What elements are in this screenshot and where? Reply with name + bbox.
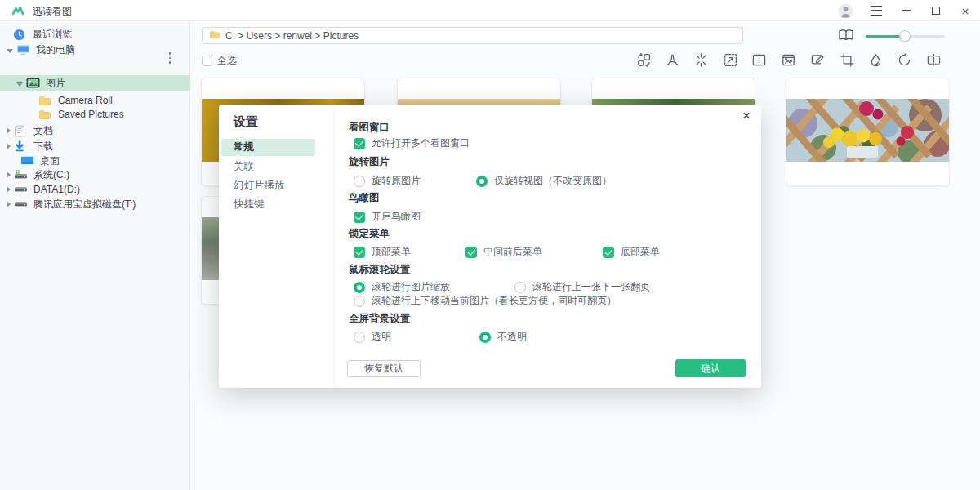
beautify-icon[interactable] bbox=[867, 51, 884, 68]
drive-icon bbox=[14, 198, 28, 211]
checkbox-checked-icon[interactable] bbox=[466, 247, 477, 258]
confirm-button[interactable]: 确认 bbox=[675, 359, 746, 377]
slideshow-icon[interactable] bbox=[780, 51, 796, 68]
sidebar-item-saved-pictures[interactable]: Saved Pictures bbox=[0, 106, 190, 122]
download-icon bbox=[14, 140, 28, 153]
option-top-menu[interactable]: 顶部菜单 bbox=[354, 245, 411, 259]
minimize-icon[interactable] bbox=[894, 0, 919, 21]
crop-icon[interactable] bbox=[839, 51, 855, 68]
sidebar-item-documents[interactable]: 文档 bbox=[0, 122, 190, 139]
sidebar-item-recent[interactable]: 最近浏览 bbox=[0, 26, 190, 42]
option-multi-window[interactable]: 允许打开多个看图窗口 bbox=[354, 136, 470, 150]
section-header: 锁定菜单 bbox=[349, 227, 390, 241]
contact-sheet-icon[interactable] bbox=[838, 29, 854, 44]
zoom-slider-handle[interactable] bbox=[899, 30, 911, 42]
folder-icon bbox=[38, 95, 52, 107]
collage-icon[interactable] bbox=[751, 51, 767, 68]
panel-divider bbox=[333, 105, 334, 388]
edit-image-icon[interactable] bbox=[809, 51, 826, 68]
expand-arrow-icon[interactable] bbox=[7, 127, 11, 134]
section-header: 鼠标滚轮设置 bbox=[349, 263, 410, 277]
pdf-tools-icon[interactable] bbox=[664, 51, 680, 68]
maximize-icon[interactable] bbox=[924, 0, 948, 21]
folder-icon bbox=[38, 109, 52, 121]
radio-checked-icon[interactable] bbox=[354, 282, 365, 293]
expand-arrow-icon[interactable] bbox=[7, 143, 11, 149]
sidebar-item-downloads[interactable]: 下载 bbox=[0, 138, 190, 154]
radio-unchecked-icon[interactable] bbox=[354, 332, 365, 343]
app-logo bbox=[11, 4, 24, 20]
checkbox-checked-icon[interactable] bbox=[354, 247, 365, 258]
radio-unchecked-icon[interactable] bbox=[514, 282, 526, 293]
close-icon[interactable]: × bbox=[953, 0, 978, 21]
option-bottom-menu[interactable]: 底部菜单 bbox=[603, 245, 660, 259]
option-bg-opaque[interactable]: 不透明 bbox=[479, 330, 527, 344]
documents-icon bbox=[14, 125, 28, 137]
drive-icon bbox=[14, 184, 28, 196]
checkbox-checked-icon[interactable] bbox=[354, 138, 365, 149]
section-header: 全屏背景设置 bbox=[349, 312, 410, 326]
dialog-title: 设置 bbox=[234, 114, 258, 130]
option-rotate-view-only[interactable]: 仅旋转视图（不改变原图） bbox=[476, 174, 612, 188]
option-middle-menu[interactable]: 中间前后菜单 bbox=[466, 245, 542, 259]
option-wheel-page[interactable]: 滚轮进行上一张下一张翻页 bbox=[514, 280, 650, 294]
sidebar-item-pictures[interactable]: 图片 bbox=[0, 75, 190, 91]
expand-arrow-icon[interactable] bbox=[7, 201, 11, 207]
resize-icon[interactable] bbox=[722, 51, 738, 68]
radio-checked-icon[interactable] bbox=[479, 332, 491, 343]
expand-arrow-icon[interactable] bbox=[7, 186, 11, 193]
desktop-icon bbox=[20, 155, 34, 167]
collapse-arrow-icon[interactable] bbox=[7, 49, 13, 53]
expand-arrow-icon[interactable] bbox=[7, 172, 11, 178]
flip-icon[interactable] bbox=[925, 51, 942, 68]
user-avatar-icon[interactable] bbox=[833, 0, 858, 21]
section-header: 鸟瞰图 bbox=[349, 191, 380, 205]
tab-slideshow[interactable]: 幻灯片播放 bbox=[219, 177, 333, 194]
format-convert-icon[interactable] bbox=[635, 51, 652, 68]
sidebar-item-virtual-disk-t[interactable]: 腾讯应用宝虚拟磁盘(T:) bbox=[0, 196, 190, 212]
tab-shortcuts[interactable]: 快捷键 bbox=[219, 196, 333, 213]
option-wheel-scroll[interactable]: 滚轮进行上下移动当前图片（看长更方便，同时可翻页） bbox=[354, 294, 617, 308]
section-header: 旋转图片 bbox=[349, 155, 390, 169]
checkbox-icon[interactable] bbox=[202, 56, 212, 66]
sidebar: 最近浏览 我的电脑 图片 Camera Roll Saved Pictures … bbox=[0, 21, 190, 490]
tab-associations[interactable]: 关联 bbox=[219, 158, 333, 176]
pictures-icon bbox=[26, 78, 40, 90]
radio-checked-icon[interactable] bbox=[476, 176, 488, 187]
option-bg-transparent[interactable]: 透明 bbox=[354, 330, 391, 344]
select-all-checkbox[interactable]: 全选 bbox=[202, 54, 237, 68]
sidebar-item-system-c[interactable]: 系统(C:) bbox=[0, 167, 190, 183]
image-card[interactable] bbox=[786, 78, 950, 186]
breadcrumb: C: > Users > renwei > Pictures bbox=[225, 30, 359, 42]
clock-icon bbox=[13, 29, 27, 41]
option-rotate-original[interactable]: 旋转原图片 bbox=[354, 174, 421, 188]
collapse-arrow-icon[interactable] bbox=[16, 82, 23, 87]
compress-icon[interactable] bbox=[693, 51, 709, 68]
section-header: 看图窗口 bbox=[349, 121, 390, 135]
photo-thumbnail bbox=[786, 99, 949, 162]
option-enable-birdview[interactable]: 开启鸟瞰图 bbox=[354, 210, 421, 224]
system-drive-icon bbox=[14, 169, 28, 181]
menu-icon[interactable] bbox=[864, 0, 889, 21]
tab-general[interactable]: 常规 bbox=[221, 139, 315, 156]
settings-dialog: × 设置 常规 关联 幻灯片播放 快捷键 看图窗口 允许打开多个看图窗口 旋转图… bbox=[219, 105, 761, 388]
dialog-close-icon[interactable]: × bbox=[742, 109, 751, 122]
sidebar-item-my-computer[interactable]: 我的电脑 bbox=[0, 42, 190, 58]
title-bar: 迅读看图 × bbox=[0, 0, 980, 21]
checkbox-checked-icon[interactable] bbox=[354, 212, 365, 223]
computer-icon bbox=[16, 44, 30, 56]
rotate-left-icon[interactable] bbox=[896, 51, 912, 68]
radio-unchecked-icon[interactable] bbox=[354, 176, 365, 187]
restore-defaults-button[interactable]: 恢复默认 bbox=[347, 360, 421, 377]
checkbox-checked-icon[interactable] bbox=[603, 247, 614, 258]
option-wheel-zoom[interactable]: 滚轮进行图片缩放 bbox=[354, 280, 450, 294]
radio-unchecked-icon[interactable] bbox=[354, 296, 365, 307]
app-title: 迅读看图 bbox=[33, 5, 72, 19]
folder-icon bbox=[209, 29, 220, 42]
path-input[interactable]: C: > Users > renwei > Pictures bbox=[202, 27, 743, 44]
sidebar-item-data1-d[interactable]: DATA1(D:) bbox=[0, 181, 190, 198]
